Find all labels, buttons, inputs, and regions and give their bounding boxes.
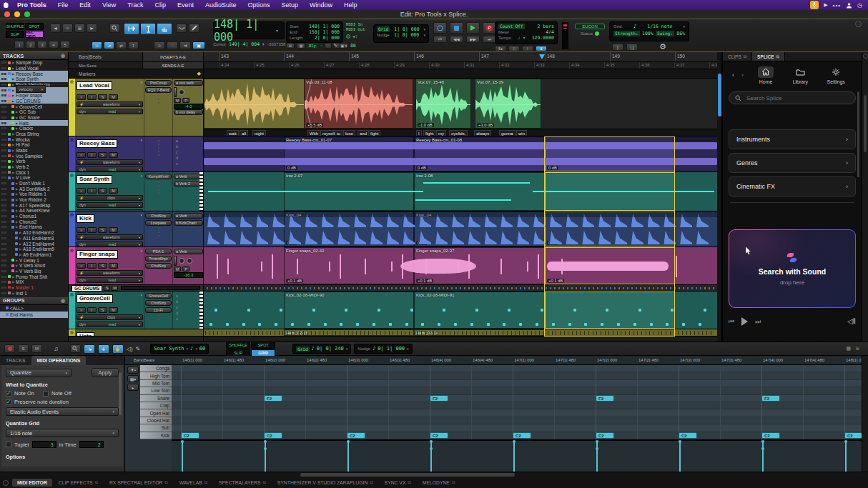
category-instruments[interactable]: Instruments› bbox=[729, 129, 856, 149]
midi-merge-icon[interactable]: ⟨⟩ bbox=[508, 46, 520, 51]
track-menu-icon[interactable]: ▾ bbox=[140, 293, 142, 297]
insert-kompltkntrl[interactable]: KompltKntrl bbox=[145, 174, 172, 179]
playhead-marker[interactable] bbox=[539, 54, 545, 59]
link-timeline-icon[interactable]: ⇄ bbox=[116, 41, 127, 49]
track-m-button[interactable]: M bbox=[109, 307, 118, 313]
track-list-item[interactable]: ▶GrooveCell bbox=[0, 104, 68, 109]
minsec-ruler[interactable]: 4:244:254:264:274:284:294:304:314:324:33… bbox=[204, 62, 717, 69]
track-list-item[interactable]: ▶Hats bbox=[0, 120, 68, 126]
track-s-button[interactable]: S bbox=[98, 227, 107, 233]
next-sample-icon[interactable]: ⏭ bbox=[755, 318, 761, 326]
bracket-left-icon[interactable]: ⟦ bbox=[612, 44, 623, 51]
empty-send-slot[interactable]: d bbox=[174, 310, 203, 316]
menu-clip[interactable]: Clip bbox=[149, 1, 172, 9]
lane-finger-snaps[interactable]: Finger snaps_02-40+0.1 dBFinger snaps_02… bbox=[204, 247, 717, 285]
track-list-item[interactable]: ▶Verb bbox=[0, 159, 68, 164]
operation-select[interactable]: Quantize▾ bbox=[6, 369, 71, 377]
checkbox-preserve-note-duration[interactable]: ✓ bbox=[6, 399, 11, 405]
send-pre-button[interactable]: P bbox=[182, 267, 189, 272]
midi-speaker-icon[interactable]: ◁) bbox=[127, 346, 133, 352]
send-mute-button[interactable]: M bbox=[174, 98, 181, 103]
track-menu-icon[interactable]: ▾ bbox=[140, 138, 142, 142]
empty-insert-slot[interactable] bbox=[158, 185, 159, 186]
velocity-stem[interactable] bbox=[596, 449, 598, 472]
lyric-marker[interactable]: fight bbox=[423, 130, 435, 136]
group-item[interactable]: <ALL> bbox=[0, 305, 68, 312]
track-automation-selector[interactable]: dynread▾ bbox=[77, 202, 143, 208]
empty-insert-slot[interactable] bbox=[158, 102, 159, 104]
empty-send-slot[interactable]: c bbox=[174, 304, 203, 310]
track-list-item[interactable]: ▶A3 DontWalk 2 bbox=[0, 186, 68, 191]
category-genres[interactable]: Genres› bbox=[729, 153, 856, 173]
track-list-item[interactable]: ▶A4 NeverKnew bbox=[0, 208, 68, 214]
apple-icon[interactable] bbox=[0, 2, 11, 8]
record-enable-button[interactable]: ● bbox=[77, 94, 86, 100]
lyric-marker[interactable]: lose bbox=[343, 130, 355, 136]
splice-nav-home[interactable]: Home bbox=[758, 66, 774, 84]
zoom-out-arrow-icon[interactable]: ◄ bbox=[50, 24, 61, 33]
insert-groovecell[interactable]: GrooveCell bbox=[145, 293, 172, 299]
record-enable-button[interactable]: ● bbox=[77, 263, 86, 269]
midi-solo-button[interactable]: S bbox=[18, 344, 29, 353]
midi-note-c2[interactable]: C2 bbox=[181, 432, 199, 439]
rewind-button[interactable]: ◀◀ bbox=[450, 36, 463, 43]
track-header-finger-snaps[interactable]: Finger snaps▾●ISM⚡waveform▾dynread▾𝄢elas… bbox=[69, 247, 203, 285]
tuplet-n-field[interactable]: 3 bbox=[32, 441, 56, 448]
mode-slip[interactable]: SLIP bbox=[6, 31, 24, 38]
previous-sample-icon[interactable]: ⏮ bbox=[729, 318, 734, 326]
layered-edit-icon[interactable]: ⇉ bbox=[179, 41, 191, 49]
grabber-tool-icon[interactable] bbox=[157, 23, 172, 35]
track-i-button[interactable]: I bbox=[87, 152, 97, 158]
lane-reecey-bass[interactable]: Reecey Bass-cm_01-070 dBReecey Bass-cm_0… bbox=[204, 136, 717, 172]
track-s-button[interactable]: S bbox=[98, 307, 107, 313]
empty-send-slot[interactable]: a bbox=[174, 138, 203, 144]
drum-lane-low-tom[interactable] bbox=[172, 387, 862, 394]
empty-send-slot[interactable]: b bbox=[174, 144, 203, 149]
track-name-box[interactable]: Kick bbox=[77, 214, 94, 223]
midi-hscrollbar[interactable] bbox=[0, 472, 868, 477]
send-b-verb-2[interactable]: b Verb 2 bbox=[174, 181, 203, 186]
back-icon[interactable]: ‹ bbox=[730, 71, 736, 79]
statusbar-tab-rx-spectral-editor[interactable]: RX SPECTRAL EDITOR⧉ bbox=[104, 479, 173, 487]
send-b-kickchain[interactable]: b KickChain bbox=[174, 220, 203, 226]
track-list-item[interactable]: ▶Wocka bbox=[0, 136, 68, 142]
tuplet-d-field[interactable]: 2 bbox=[79, 441, 104, 448]
track-list-item[interactable]: ▶Chorus1 bbox=[0, 214, 68, 219]
drum-lane-open-hat[interactable] bbox=[172, 409, 862, 417]
mirror-midi-icon[interactable]: ♡ bbox=[167, 41, 178, 49]
empty-insert-slot[interactable] bbox=[158, 231, 159, 233]
menu-track[interactable]: Track bbox=[122, 1, 149, 9]
midi-editor-list-icon[interactable]: ≣ bbox=[855, 346, 859, 352]
ops-tab-tracks[interactable]: TRACKS bbox=[0, 356, 31, 365]
track-list-item[interactable]: ▶Hi Pad bbox=[0, 142, 68, 148]
empty-insert-slot[interactable] bbox=[158, 154, 159, 156]
menu-help[interactable]: Help bbox=[338, 1, 363, 9]
ruler-min-secs-label[interactable]: Min:Secs bbox=[69, 62, 142, 69]
track-automation-selector[interactable]: dynread▾ bbox=[77, 241, 143, 247]
track-i-button[interactable]: I bbox=[87, 188, 97, 194]
midi-mode-shuffle[interactable]: SHUFFLE bbox=[226, 342, 250, 349]
folder-btn-M[interactable]: M bbox=[112, 286, 118, 291]
freeze-icon[interactable] bbox=[70, 213, 74, 216]
selector-tool-icon[interactable] bbox=[140, 23, 156, 35]
markers-ruler[interactable] bbox=[204, 69, 717, 79]
metronome-icon[interactable]: ⊻ bbox=[536, 46, 547, 51]
record-enable-button[interactable]: ● bbox=[77, 188, 86, 194]
midi-nudge-block[interactable]: Nudge ♪ 0| 1| 000 ▾ bbox=[354, 344, 412, 354]
lane-view-icon[interactable]: ▦▾ bbox=[127, 375, 139, 382]
midi-mode-spot[interactable]: SPOT bbox=[251, 342, 275, 349]
track-list-item[interactable]: ▶A9 EndHarm1 bbox=[0, 252, 68, 258]
track-list-item[interactable]: ▶Inst 1 bbox=[0, 290, 68, 296]
group-item[interactable]: End Harms bbox=[0, 312, 68, 318]
velocity-stem[interactable] bbox=[430, 449, 432, 472]
record-enable-button[interactable]: ● bbox=[77, 307, 86, 313]
track-list-item[interactable]: ▶Sample Drop bbox=[0, 60, 68, 66]
track-s-button[interactable]: S bbox=[98, 94, 107, 100]
midi-editor-grid-icon[interactable]: ▦ bbox=[847, 346, 852, 352]
insert-eq3 7-band[interactable]: EQ3 7-Band bbox=[145, 87, 172, 93]
more-menu-icon[interactable]: ••• bbox=[833, 2, 841, 9]
search-with-sound-dropzone[interactable]: Search with Sound drop here bbox=[729, 229, 856, 308]
track-header-gc-drums[interactable]: GC DRUMSSM bbox=[69, 285, 203, 292]
tracks-panel-menu-icon[interactable]: ◉ bbox=[61, 53, 65, 59]
lyric-marker[interactable]: all bbox=[240, 130, 248, 136]
